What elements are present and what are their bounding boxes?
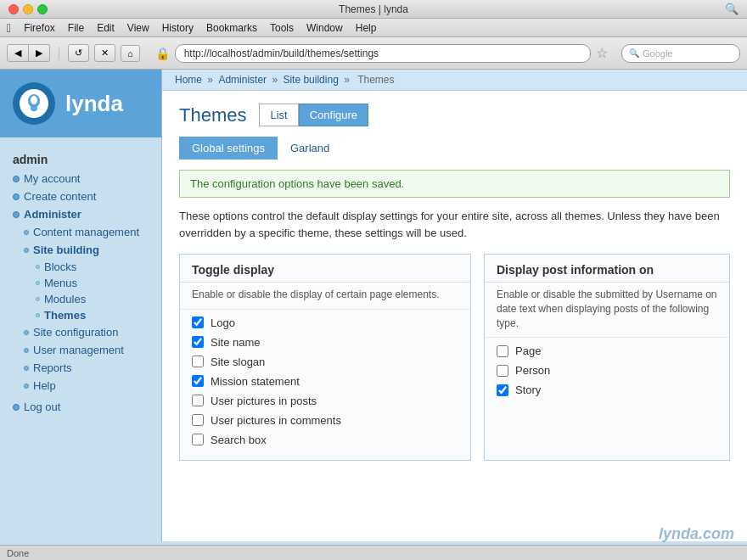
- sidebar-item-reports[interactable]: Reports: [33, 361, 72, 374]
- sub-circle-3: [24, 330, 29, 335]
- checkbox-user-pics-posts[interactable]: [192, 395, 204, 406]
- page-title: Themes: [179, 104, 246, 126]
- checkbox-site-name[interactable]: [192, 336, 204, 348]
- edit-menu[interactable]: Edit: [97, 22, 115, 34]
- checkbox-user-pics-comments[interactable]: [192, 414, 204, 426]
- success-message: The configuration options have been save…: [179, 170, 730, 198]
- sidebar-item-user-management[interactable]: User management: [33, 344, 124, 356]
- forward-button[interactable]: ▶: [29, 44, 50, 62]
- firefox-menu[interactable]: Firefox: [24, 22, 55, 34]
- checkbox-search-box[interactable]: [192, 434, 204, 445]
- sidebar-item-create-content[interactable]: Create content: [24, 190, 96, 203]
- sidebar-item-site-building[interactable]: Site building: [33, 244, 99, 256]
- bookmark-star-icon[interactable]: ☆: [596, 45, 608, 61]
- toggle-display-desc: Enable or disable the display of certain…: [180, 283, 470, 310]
- check-person: Person: [497, 364, 717, 377]
- bookmarks-menu[interactable]: Bookmarks: [206, 22, 257, 34]
- sub-circle-5: [24, 366, 29, 371]
- label-site-name: Site name: [211, 336, 261, 349]
- sidebar-item-log-out[interactable]: Log out: [24, 400, 60, 413]
- toggle-display-title: Toggle display: [180, 255, 470, 283]
- back-button[interactable]: ◀: [7, 44, 29, 62]
- sub-sub-circle-4: [36, 313, 40, 317]
- breadcrumb-sep-3: »: [344, 74, 352, 86]
- label-mission: Mission statement: [211, 375, 300, 388]
- lynda-watermark: lynda.com: [659, 525, 734, 543]
- tab-list-btn[interactable]: List: [259, 104, 298, 126]
- search-placeholder: Google: [643, 48, 672, 59]
- main-content: Home » Administer » Site building » Them…: [161, 70, 747, 541]
- sidebar-item-site-configuration[interactable]: Site configuration: [33, 326, 118, 339]
- display-post-info-title: Display post information on: [485, 255, 729, 283]
- checkbox-mission[interactable]: [192, 375, 204, 387]
- checkbox-site-slogan[interactable]: [192, 356, 204, 367]
- sub-sub-circle-3: [36, 297, 40, 301]
- description-text: These options control the default displa…: [179, 208, 730, 241]
- site-name: lynda: [65, 91, 123, 117]
- check-mission: Mission statement: [192, 375, 458, 388]
- svg-point-1: [31, 96, 37, 104]
- drupal-logo-svg: [23, 92, 45, 115]
- toggle-display-panel: Toggle display Enable or disable the dis…: [179, 254, 471, 461]
- checkbox-person[interactable]: [497, 365, 508, 377]
- sidebar-item-my-account[interactable]: My account: [24, 172, 80, 185]
- tab-list: List Configure: [259, 104, 368, 126]
- label-page: Page: [515, 344, 541, 357]
- label-search-box: Search box: [211, 434, 267, 446]
- sub-tab-garland[interactable]: Garland: [278, 137, 342, 160]
- sidebar-item-blocks[interactable]: Blocks: [44, 260, 76, 273]
- sidebar-item-modules[interactable]: Modules: [44, 293, 86, 305]
- search-icon-titlebar: 🔍: [725, 3, 739, 15]
- sidebar-nav: admin My account Create content Administ…: [0, 137, 161, 424]
- sidebar-item-themes[interactable]: Themes: [44, 309, 86, 322]
- sidebar-item-help[interactable]: Help: [33, 379, 56, 392]
- breadcrumb-site-building[interactable]: Site building: [283, 74, 338, 86]
- label-logo: Logo: [211, 316, 235, 329]
- maximize-button[interactable]: [37, 4, 48, 14]
- checkbox-logo[interactable]: [192, 316, 204, 328]
- sub-sub-circle-1: [36, 265, 40, 269]
- check-site-slogan: Site slogan: [192, 356, 458, 368]
- search-icon: 🔍: [629, 48, 639, 58]
- checkbox-page[interactable]: [497, 345, 508, 357]
- tab-configure-btn[interactable]: Configure: [299, 104, 368, 126]
- tools-menu[interactable]: Tools: [270, 22, 294, 34]
- close-button[interactable]: [8, 4, 19, 14]
- check-search-box: Search box: [192, 434, 458, 446]
- circle-icon-logout: [13, 404, 20, 411]
- sidebar-item-content-management[interactable]: Content management: [33, 226, 139, 238]
- file-menu[interactable]: File: [68, 22, 84, 34]
- breadcrumb-home[interactable]: Home: [175, 74, 202, 86]
- view-menu[interactable]: View: [127, 22, 149, 34]
- security-icon: 🔒: [155, 47, 170, 60]
- checkbox-story[interactable]: [497, 384, 508, 396]
- reload-button[interactable]: ↺: [68, 44, 89, 62]
- help-menu[interactable]: Help: [356, 22, 377, 34]
- sidebar-item-menus[interactable]: Menus: [44, 277, 77, 289]
- breadcrumb-administer[interactable]: Administer: [218, 74, 267, 86]
- label-user-pics-comments: User pictures in comments: [211, 414, 341, 427]
- apple-menu[interactable]: : [7, 21, 11, 35]
- breadcrumb-sep-1: »: [207, 74, 216, 86]
- breadcrumb-sep-2: »: [272, 74, 280, 86]
- status-text: Done: [7, 548, 29, 558]
- label-site-slogan: Site slogan: [211, 356, 265, 368]
- history-menu[interactable]: History: [162, 22, 194, 34]
- breadcrumb-current: Themes: [357, 74, 394, 86]
- sidebar-item-administer[interactable]: Administer: [24, 208, 81, 221]
- check-story: Story: [497, 384, 717, 396]
- minimize-button[interactable]: [23, 4, 33, 14]
- sub-tab-global-settings[interactable]: Global settings: [179, 137, 278, 160]
- stop-button[interactable]: ✕: [94, 44, 115, 62]
- check-logo: Logo: [192, 316, 458, 329]
- display-post-info-desc: Enable or disable the submitted by Usern…: [485, 283, 729, 338]
- browser-title: Themes | lynda: [339, 3, 408, 15]
- sub-circle-4: [24, 348, 29, 353]
- home-button[interactable]: ⌂: [121, 45, 140, 62]
- sub-circle-1: [24, 230, 29, 235]
- site-header: lynda: [0, 70, 161, 137]
- label-user-pics-posts: User pictures in posts: [211, 395, 317, 407]
- breadcrumb: Home » Administer » Site building » Them…: [162, 70, 747, 91]
- window-menu[interactable]: Window: [306, 22, 343, 34]
- check-site-name: Site name: [192, 336, 458, 349]
